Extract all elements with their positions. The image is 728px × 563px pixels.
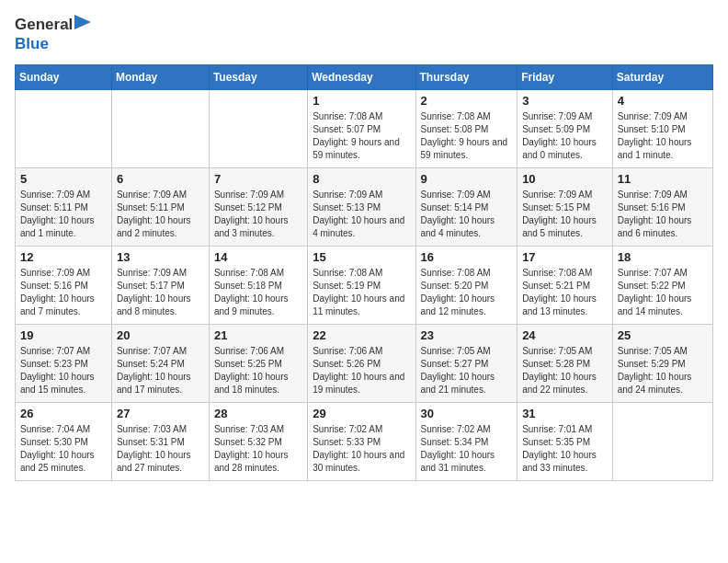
day-info: Sunrise: 7:09 AMSunset: 5:15 PMDaylight:…: [522, 189, 608, 240]
day-number: 30: [421, 407, 513, 420]
day-number: 1: [313, 94, 410, 108]
calendar-cell: 9Sunrise: 7:09 AMSunset: 5:14 PMDaylight…: [415, 168, 518, 247]
day-header-thursday: Thursday: [415, 65, 518, 90]
day-info: Sunrise: 7:04 AMSunset: 5:30 PMDaylight:…: [20, 423, 107, 475]
day-info: Sunrise: 7:06 AMSunset: 5:25 PMDaylight:…: [214, 345, 302, 396]
day-number: 21: [214, 328, 302, 342]
calendar-cell: 20Sunrise: 7:07 AMSunset: 5:24 PMDayligh…: [111, 325, 209, 403]
day-number: 19: [20, 328, 107, 342]
day-info: Sunrise: 7:09 AMSunset: 5:10 PMDaylight:…: [618, 110, 708, 162]
calendar-cell: [111, 90, 209, 168]
day-info: Sunrise: 7:01 AMSunset: 5:35 PMDaylight:…: [522, 423, 608, 475]
day-info: Sunrise: 7:09 AMSunset: 5:11 PMDaylight:…: [117, 189, 204, 240]
logo: General Blue: [15, 15, 91, 53]
day-number: 9: [421, 172, 513, 186]
calendar-cell: 31Sunrise: 7:01 AMSunset: 5:35 PMDayligh…: [518, 403, 613, 481]
day-number: 31: [522, 407, 608, 420]
calendar-cell: 8Sunrise: 7:09 AMSunset: 5:13 PMDaylight…: [308, 168, 415, 247]
day-number: 17: [522, 250, 608, 264]
calendar-cell: 17Sunrise: 7:08 AMSunset: 5:21 PMDayligh…: [518, 247, 613, 325]
day-number: 20: [117, 328, 204, 342]
calendar-cell: 12Sunrise: 7:09 AMSunset: 5:16 PMDayligh…: [16, 247, 112, 325]
calendar-week-1: 1Sunrise: 7:08 AMSunset: 5:07 PMDaylight…: [16, 90, 713, 168]
day-info: Sunrise: 7:09 AMSunset: 5:13 PMDaylight:…: [313, 189, 410, 240]
day-header-sunday: Sunday: [16, 65, 112, 90]
calendar-body: 1Sunrise: 7:08 AMSunset: 5:07 PMDaylight…: [16, 90, 713, 481]
day-info: Sunrise: 7:05 AMSunset: 5:29 PMDaylight:…: [618, 345, 708, 396]
day-number: 16: [421, 250, 513, 264]
logo-flag-icon: [74, 15, 91, 35]
day-number: 22: [313, 328, 410, 342]
day-info: Sunrise: 7:07 AMSunset: 5:22 PMDaylight:…: [618, 267, 708, 318]
day-number: 26: [20, 407, 107, 420]
calendar-week-5: 26Sunrise: 7:04 AMSunset: 5:30 PMDayligh…: [16, 403, 713, 481]
day-number: 28: [214, 407, 302, 420]
day-info: Sunrise: 7:09 AMSunset: 5:09 PMDaylight:…: [522, 110, 608, 162]
day-info: Sunrise: 7:08 AMSunset: 5:07 PMDaylight:…: [313, 110, 410, 162]
day-info: Sunrise: 7:08 AMSunset: 5:21 PMDaylight:…: [522, 267, 608, 318]
day-info: Sunrise: 7:09 AMSunset: 5:14 PMDaylight:…: [421, 189, 513, 240]
day-info: Sunrise: 7:09 AMSunset: 5:17 PMDaylight:…: [117, 267, 204, 318]
day-header-wednesday: Wednesday: [308, 65, 415, 90]
calendar-cell: 10Sunrise: 7:09 AMSunset: 5:15 PMDayligh…: [518, 168, 613, 247]
svg-marker-0: [74, 15, 91, 29]
day-info: Sunrise: 7:09 AMSunset: 5:16 PMDaylight:…: [618, 189, 708, 240]
day-header-saturday: Saturday: [612, 65, 712, 90]
calendar-cell: 25Sunrise: 7:05 AMSunset: 5:29 PMDayligh…: [612, 325, 712, 403]
day-info: Sunrise: 7:08 AMSunset: 5:19 PMDaylight:…: [313, 267, 410, 318]
calendar-cell: 7Sunrise: 7:09 AMSunset: 5:12 PMDaylight…: [209, 168, 307, 247]
calendar-cell: 2Sunrise: 7:08 AMSunset: 5:08 PMDaylight…: [415, 90, 518, 168]
calendar-cell: 29Sunrise: 7:02 AMSunset: 5:33 PMDayligh…: [308, 403, 415, 481]
calendar-cell: 11Sunrise: 7:09 AMSunset: 5:16 PMDayligh…: [612, 168, 712, 247]
day-info: Sunrise: 7:05 AMSunset: 5:27 PMDaylight:…: [421, 345, 513, 396]
calendar-week-2: 5Sunrise: 7:09 AMSunset: 5:11 PMDaylight…: [16, 168, 713, 247]
calendar-cell: 24Sunrise: 7:05 AMSunset: 5:28 PMDayligh…: [518, 325, 613, 403]
calendar-header-row: SundayMondayTuesdayWednesdayThursdayFrid…: [16, 65, 713, 90]
day-number: 13: [117, 250, 204, 264]
day-number: 27: [117, 407, 204, 420]
logo-blue: Blue: [15, 35, 49, 52]
day-number: 18: [618, 250, 708, 264]
day-number: 6: [117, 172, 204, 186]
day-number: 10: [522, 172, 608, 186]
calendar-cell: 16Sunrise: 7:08 AMSunset: 5:20 PMDayligh…: [415, 247, 518, 325]
calendar-cell: 26Sunrise: 7:04 AMSunset: 5:30 PMDayligh…: [16, 403, 112, 481]
day-number: 12: [20, 250, 107, 264]
calendar-cell: 28Sunrise: 7:03 AMSunset: 5:32 PMDayligh…: [209, 403, 307, 481]
day-number: 3: [522, 94, 608, 108]
calendar-cell: 15Sunrise: 7:08 AMSunset: 5:19 PMDayligh…: [308, 247, 415, 325]
day-info: Sunrise: 7:03 AMSunset: 5:31 PMDaylight:…: [117, 423, 204, 475]
day-info: Sunrise: 7:08 AMSunset: 5:18 PMDaylight:…: [214, 267, 302, 318]
day-number: 11: [618, 172, 708, 186]
calendar-cell: 14Sunrise: 7:08 AMSunset: 5:18 PMDayligh…: [209, 247, 307, 325]
calendar-cell: [16, 90, 112, 168]
day-info: Sunrise: 7:06 AMSunset: 5:26 PMDaylight:…: [313, 345, 410, 396]
day-info: Sunrise: 7:09 AMSunset: 5:11 PMDaylight:…: [20, 189, 107, 240]
calendar-cell: 23Sunrise: 7:05 AMSunset: 5:27 PMDayligh…: [415, 325, 518, 403]
day-number: 25: [618, 328, 708, 342]
day-number: 8: [313, 172, 410, 186]
day-info: Sunrise: 7:07 AMSunset: 5:24 PMDaylight:…: [117, 345, 204, 396]
calendar-cell: 1Sunrise: 7:08 AMSunset: 5:07 PMDaylight…: [308, 90, 415, 168]
calendar-week-3: 12Sunrise: 7:09 AMSunset: 5:16 PMDayligh…: [16, 247, 713, 325]
calendar-cell: [209, 90, 307, 168]
day-header-monday: Monday: [111, 65, 209, 90]
calendar-cell: 18Sunrise: 7:07 AMSunset: 5:22 PMDayligh…: [612, 247, 712, 325]
day-number: 15: [313, 250, 410, 264]
page-header: General Blue: [15, 15, 713, 53]
calendar-cell: 5Sunrise: 7:09 AMSunset: 5:11 PMDaylight…: [16, 168, 112, 247]
calendar-cell: 3Sunrise: 7:09 AMSunset: 5:09 PMDaylight…: [518, 90, 613, 168]
day-number: 4: [618, 94, 708, 108]
day-info: Sunrise: 7:09 AMSunset: 5:12 PMDaylight:…: [214, 189, 302, 240]
calendar-cell: 13Sunrise: 7:09 AMSunset: 5:17 PMDayligh…: [111, 247, 209, 325]
day-info: Sunrise: 7:08 AMSunset: 5:08 PMDaylight:…: [421, 110, 513, 162]
calendar-cell: 27Sunrise: 7:03 AMSunset: 5:31 PMDayligh…: [111, 403, 209, 481]
calendar-cell: 30Sunrise: 7:02 AMSunset: 5:34 PMDayligh…: [415, 403, 518, 481]
day-header-tuesday: Tuesday: [209, 65, 307, 90]
day-info: Sunrise: 7:02 AMSunset: 5:34 PMDaylight:…: [421, 423, 513, 475]
day-header-friday: Friday: [518, 65, 613, 90]
day-info: Sunrise: 7:09 AMSunset: 5:16 PMDaylight:…: [20, 267, 107, 318]
calendar-cell: 4Sunrise: 7:09 AMSunset: 5:10 PMDaylight…: [612, 90, 712, 168]
day-info: Sunrise: 7:07 AMSunset: 5:23 PMDaylight:…: [20, 345, 107, 396]
day-info: Sunrise: 7:08 AMSunset: 5:20 PMDaylight:…: [421, 267, 513, 318]
